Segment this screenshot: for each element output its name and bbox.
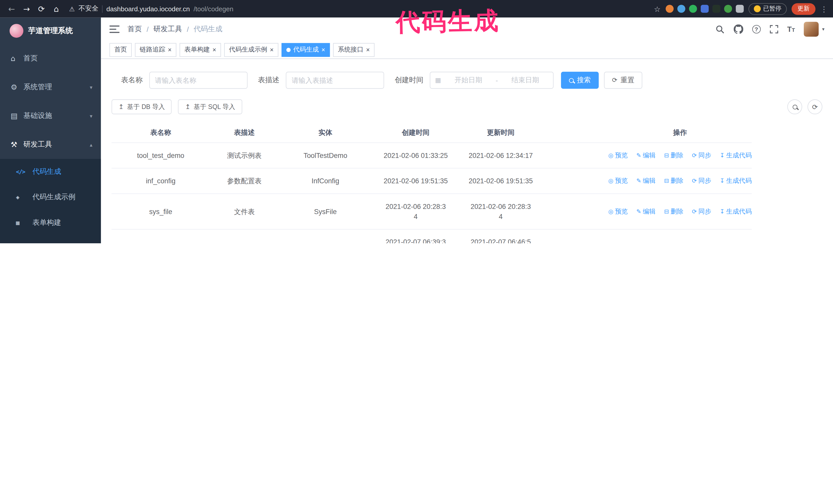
bookmark-star-icon[interactable]: ☆: [654, 5, 661, 13]
profile-paused-badge[interactable]: 已暂停: [748, 3, 787, 15]
edit-icon: ✎: [636, 150, 641, 161]
extension-icon[interactable]: [700, 5, 709, 13]
tag-label: 系统接口: [338, 45, 363, 54]
action-link[interactable]: ✎ 编辑: [636, 176, 656, 186]
tags-view-tag[interactable]: 首页: [110, 43, 132, 57]
breadcrumb-separator: /: [147, 25, 149, 33]
user-menu[interactable]: ▾: [804, 22, 825, 37]
url-path: /tool/codegen: [193, 5, 234, 13]
tag-label: 代码生成: [293, 45, 318, 54]
app-logo[interactable]: 芋道管理系统: [0, 18, 101, 44]
sidebar-menu-item[interactable]: ▤ 基础设施 ▾: [0, 101, 101, 130]
browser-update-button[interactable]: 更新: [791, 3, 815, 15]
action-link[interactable]: ✎ 编辑: [636, 150, 656, 161]
table-desc-input[interactable]: [286, 72, 384, 89]
close-icon[interactable]: ×: [270, 46, 274, 53]
sidebar-menu-item[interactable]: ⌂ 首页: [0, 44, 101, 73]
action-link[interactable]: ⊟ 删除: [664, 176, 683, 186]
sync-icon: ⟳: [692, 150, 697, 161]
table-name-input[interactable]: [149, 72, 247, 89]
tag-label: 代码生成示例: [229, 45, 267, 54]
close-icon[interactable]: ×: [213, 46, 216, 53]
range-separator: -: [496, 76, 498, 84]
tags-view-tag[interactable]: 链路追踪 ×: [135, 43, 176, 57]
action-link[interactable]: ✎ 编辑: [636, 207, 656, 216]
sidebar-submenu-item[interactable]: ◈ 代码生成示例: [0, 184, 101, 210]
table-desc-label: 表描述: [258, 75, 279, 85]
sidebar-submenu-item[interactable]: </> 代码生成: [0, 159, 101, 184]
profile-avatar-icon: [754, 5, 760, 12]
close-icon[interactable]: ×: [322, 46, 325, 53]
font-size-icon[interactable]: TT: [787, 25, 795, 33]
action-link[interactable]: ⊟ 删除: [664, 207, 683, 216]
address-bar[interactable]: ⚠ 不安全 dashboard.yudao.iocoder.cn/tool/co…: [69, 4, 652, 13]
action-link[interactable]: ⟳ 同步: [692, 176, 711, 186]
action-link[interactable]: ⊟ 删除: [664, 242, 683, 243]
action-link[interactable]: ◎ 预览: [608, 207, 628, 216]
fullscreen-icon[interactable]: [770, 25, 778, 33]
sidebar-submenu-item[interactable]: ▦ 表单构建: [0, 210, 101, 235]
action-link[interactable]: ⟳ 同步: [692, 242, 711, 243]
extension-icon[interactable]: [712, 5, 720, 13]
tag-label: 链路追踪: [140, 45, 165, 54]
generate-icon: ↧: [720, 176, 724, 186]
cell-created-time: 2021-02-06 19:51:35: [372, 176, 459, 186]
reload-icon[interactable]: ⟳: [35, 2, 48, 15]
action-link[interactable]: ↧ 生成代码: [720, 150, 752, 161]
home-icon: ⌂: [10, 54, 23, 63]
import-sql-button[interactable]: ↥ 基于 SQL 导入: [178, 99, 242, 114]
hamburger-menu-icon[interactable]: [110, 25, 119, 33]
close-icon[interactable]: ×: [366, 46, 370, 53]
close-icon[interactable]: ×: [168, 46, 172, 53]
breadcrumb-item[interactable]: 首页: [127, 24, 142, 34]
tag-label: 首页: [114, 45, 127, 54]
import-db-button[interactable]: ↥ 基于 DB 导入: [112, 99, 172, 114]
extension-icon[interactable]: [677, 5, 685, 13]
edit-icon: ✎: [636, 207, 641, 216]
tags-view-tag[interactable]: 表单构建 ×: [180, 43, 221, 57]
example-icon: ◈: [16, 194, 28, 200]
refresh-table-button[interactable]: ⟳: [808, 99, 823, 114]
chevron-icon: ▾: [90, 113, 92, 119]
table-row: sys_file 文件表 SysFile 2021-02-06 20:28:34…: [112, 194, 752, 230]
action-link[interactable]: ↧ 生成代码: [720, 242, 752, 243]
action-link[interactable]: ⟳ 同步: [692, 207, 711, 216]
extension-icon[interactable]: [665, 5, 673, 13]
action-link[interactable]: ◎ 预览: [608, 150, 628, 161]
action-link[interactable]: ⊟ 删除: [664, 150, 683, 161]
breadcrumb-item[interactable]: 研发工具: [153, 24, 182, 34]
sidebar-menu-item[interactable]: ⚒ 研发工具 ▴: [0, 130, 101, 159]
date-range-picker[interactable]: ▦ 开始日期 - 结束日期: [430, 72, 554, 89]
forward-icon[interactable]: →: [20, 2, 33, 15]
sidebar-menu-item[interactable]: ⚙ 系统管理 ▾: [0, 73, 101, 101]
tags-view-tag[interactable]: 代码生成示例 ×: [224, 43, 278, 57]
browser-menu-icon[interactable]: ⋮: [820, 5, 828, 13]
eye-icon: ◎: [608, 242, 613, 243]
cell-table-name: tool_test_demo: [112, 150, 210, 161]
cell-table-name: sys_file: [112, 207, 210, 216]
github-icon[interactable]: [734, 24, 743, 34]
action-link[interactable]: ✎ 编辑: [636, 242, 656, 243]
tags-view-tag[interactable]: 系统接口 ×: [333, 43, 375, 57]
reset-button[interactable]: ⟳ 重置: [604, 72, 642, 89]
edit-icon: ✎: [636, 242, 641, 243]
action-link[interactable]: ⟳ 同步: [692, 150, 711, 161]
action-link[interactable]: ◎ 预览: [608, 242, 628, 243]
tags-view-tag[interactable]: 代码生成 ×: [282, 43, 330, 57]
toggle-search-button[interactable]: [787, 99, 802, 114]
sidebar-submenu-item[interactable]: ≣ 系统接口: [0, 235, 101, 243]
search-button[interactable]: 搜索: [561, 72, 599, 89]
extension-icon[interactable]: [689, 5, 697, 13]
gear-icon: ⚙: [10, 83, 23, 91]
action-link[interactable]: ↧ 生成代码: [720, 176, 752, 186]
help-icon[interactable]: ?: [752, 25, 761, 33]
cell-table-desc: 参数配置表: [210, 176, 279, 186]
extension-icon[interactable]: [736, 5, 743, 13]
action-link[interactable]: ↧ 生成代码: [720, 207, 752, 216]
cell-created-time: 2021-02-06 01:33:25: [372, 150, 459, 161]
back-icon[interactable]: ←: [5, 2, 18, 15]
search-icon[interactable]: [716, 25, 724, 33]
action-link[interactable]: ◎ 预览: [608, 176, 628, 186]
browser-home-icon[interactable]: ⌂: [50, 2, 63, 15]
extension-icon[interactable]: [724, 5, 732, 13]
